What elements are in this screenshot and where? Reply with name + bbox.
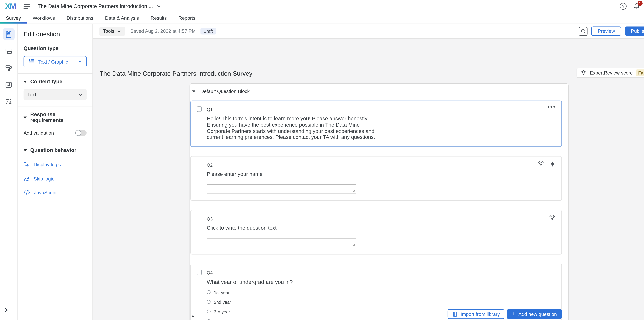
question-type-dropdown[interactable]: Text / Graphic bbox=[24, 56, 86, 67]
title-chevron-down-icon[interactable] bbox=[156, 4, 162, 9]
app-header: XM The Data Mine Corporate Partners Intr… bbox=[0, 0, 644, 12]
question-card-q3[interactable]: Q3 Click to write the ques bbox=[190, 210, 562, 254]
search-icon bbox=[580, 28, 586, 34]
tab-workflows[interactable]: Workflows bbox=[27, 12, 61, 24]
import-from-library-button[interactable]: Import from library bbox=[448, 309, 504, 319]
rail-translations-button[interactable]: 文 A bbox=[3, 96, 14, 107]
primary-tabbar: Survey Workflows Distributions Data & An… bbox=[0, 12, 644, 24]
panel-title: Edit question bbox=[24, 24, 86, 37]
question-type-label: Question type bbox=[24, 45, 86, 51]
collapse-triangle-icon bbox=[24, 81, 27, 83]
skip-logic-link[interactable]: Skip logic bbox=[24, 175, 86, 182]
lightbulb-icon bbox=[580, 70, 587, 76]
search-button[interactable] bbox=[579, 27, 588, 36]
code-icon bbox=[24, 190, 30, 195]
xm-logo: XM bbox=[5, 2, 16, 10]
left-icon-rail: 文 A bbox=[0, 24, 18, 320]
display-logic-link[interactable]: Display logic bbox=[24, 161, 86, 167]
q1-checkbox[interactable] bbox=[197, 106, 202, 112]
question-footer-actions: Import from library + Add new question bbox=[448, 309, 562, 319]
rail-survey-flow-button[interactable] bbox=[3, 45, 14, 57]
plus-icon: + bbox=[512, 311, 516, 317]
survey-page-title: The Data Mine Corporate Partners Introdu… bbox=[100, 70, 252, 77]
expand-rail-chevron-icon[interactable] bbox=[3, 307, 9, 315]
content-type-section-header[interactable]: Content type bbox=[24, 79, 86, 85]
q2-text[interactable]: Please enter your name bbox=[207, 171, 384, 177]
q4-checkbox[interactable] bbox=[197, 269, 202, 275]
notifications-button[interactable]: 1 bbox=[633, 2, 640, 10]
add-new-question-button[interactable]: + Add new question bbox=[507, 309, 562, 319]
library-book-icon bbox=[452, 311, 458, 317]
resize-handle-icon bbox=[352, 243, 356, 246]
radio-option-label[interactable]: 4th year bbox=[214, 319, 230, 320]
publish-button[interactable]: Publish bbox=[625, 27, 644, 36]
draft-badge: Draft bbox=[200, 28, 216, 35]
q2-text-entry-box[interactable] bbox=[207, 184, 356, 193]
clipboard-list-icon bbox=[5, 30, 12, 38]
expert-review-pill[interactable]: ExpertReview score Fair bbox=[577, 68, 644, 78]
translate-icon: 文 A bbox=[5, 97, 12, 105]
rail-survey-options-button[interactable] bbox=[3, 79, 14, 90]
default-question-block: Default Question Block Q1 Hello! This fo… bbox=[190, 83, 569, 320]
q2-id: Q2 bbox=[207, 162, 213, 167]
hamburger-menu-icon[interactable] bbox=[23, 4, 30, 9]
tab-data-analysis[interactable]: Data & Analysis bbox=[99, 12, 145, 24]
block-collapse-triangle-icon[interactable] bbox=[192, 90, 196, 92]
radio-button[interactable] bbox=[207, 310, 210, 313]
qualtrics-survey-editor: XM The Data Mine Corporate Partners Intr… bbox=[0, 0, 644, 320]
expert-review-score-badge: Fair bbox=[636, 69, 644, 76]
tools-dropdown-button[interactable]: Tools bbox=[99, 27, 125, 36]
question-type-value: Text / Graphic bbox=[38, 59, 75, 64]
paint-roller-icon bbox=[5, 64, 12, 72]
q1-id: Q1 bbox=[207, 106, 213, 112]
q3-id: Q3 bbox=[207, 215, 213, 221]
content-type-value: Text bbox=[27, 92, 78, 97]
add-validation-label: Add validation bbox=[24, 130, 75, 135]
radio-option-label[interactable]: 3rd year bbox=[214, 309, 230, 314]
javascript-link[interactable]: JavaScript bbox=[24, 190, 86, 195]
question-behavior-section-header[interactable]: Question behavior bbox=[24, 147, 86, 153]
lightbulb-icon[interactable] bbox=[538, 161, 544, 167]
question-card-q1[interactable]: Q1 Hello! This form's intent is to learn… bbox=[190, 101, 562, 147]
rail-look-and-feel-button[interactable] bbox=[3, 62, 14, 74]
rail-survey-builder-button[interactable] bbox=[3, 28, 14, 40]
settings-sliders-icon bbox=[5, 81, 12, 89]
survey-canvas: Tools Saved Aug 2, 2022 at 4:57 PM Draft… bbox=[93, 24, 644, 320]
next-block-collapse-triangle-icon[interactable] bbox=[191, 315, 194, 317]
tab-distributions[interactable]: Distributions bbox=[61, 12, 99, 24]
q1-text[interactable]: Hello! This form's intent is to learn mo… bbox=[207, 116, 384, 141]
radio-button[interactable] bbox=[207, 300, 210, 304]
skip-logic-icon bbox=[24, 175, 30, 182]
collapse-triangle-icon bbox=[24, 149, 27, 151]
block-name: Default Question Block bbox=[200, 89, 250, 94]
question-card-q2[interactable]: Q2 bbox=[190, 156, 562, 200]
help-icon[interactable]: ? bbox=[620, 3, 626, 10]
lightbulb-icon[interactable] bbox=[549, 214, 556, 221]
q4-text[interactable]: What year of undergrad are you in? bbox=[207, 279, 384, 285]
tab-reports[interactable]: Reports bbox=[172, 12, 201, 24]
tab-survey[interactable]: Survey bbox=[0, 12, 27, 24]
collapse-triangle-icon bbox=[24, 116, 27, 118]
chevron-down-icon bbox=[78, 59, 82, 64]
response-requirements-section-header[interactable]: Response requirements bbox=[24, 112, 86, 123]
survey-title-breadcrumb: The Data Mine Corporate Partners Introdu… bbox=[38, 3, 153, 9]
q1-more-menu-icon[interactable] bbox=[548, 106, 555, 107]
radio-option-row: 1st year bbox=[207, 290, 556, 295]
saved-status-text: Saved Aug 2, 2022 at 4:57 PM bbox=[130, 29, 196, 34]
notification-badge: 1 bbox=[638, 1, 642, 6]
radio-button[interactable] bbox=[207, 319, 210, 320]
q4-id: Q4 bbox=[207, 269, 213, 275]
q3-text[interactable]: Click to write the question text bbox=[207, 225, 384, 231]
content-type-select[interactable]: Text bbox=[24, 89, 86, 100]
radio-option-label[interactable]: 1st year bbox=[214, 290, 230, 295]
asterisk-icon bbox=[550, 161, 556, 167]
resize-handle-icon bbox=[352, 189, 356, 192]
radio-button[interactable] bbox=[207, 290, 210, 294]
tab-results[interactable]: Results bbox=[145, 12, 173, 24]
radio-option-label[interactable]: 2nd year bbox=[214, 299, 231, 304]
chevron-down-icon bbox=[117, 29, 122, 34]
q3-text-entry-box[interactable] bbox=[207, 238, 356, 247]
chevron-down-icon bbox=[78, 92, 83, 97]
preview-button[interactable]: Preview bbox=[592, 27, 621, 36]
add-validation-toggle[interactable] bbox=[75, 130, 86, 136]
